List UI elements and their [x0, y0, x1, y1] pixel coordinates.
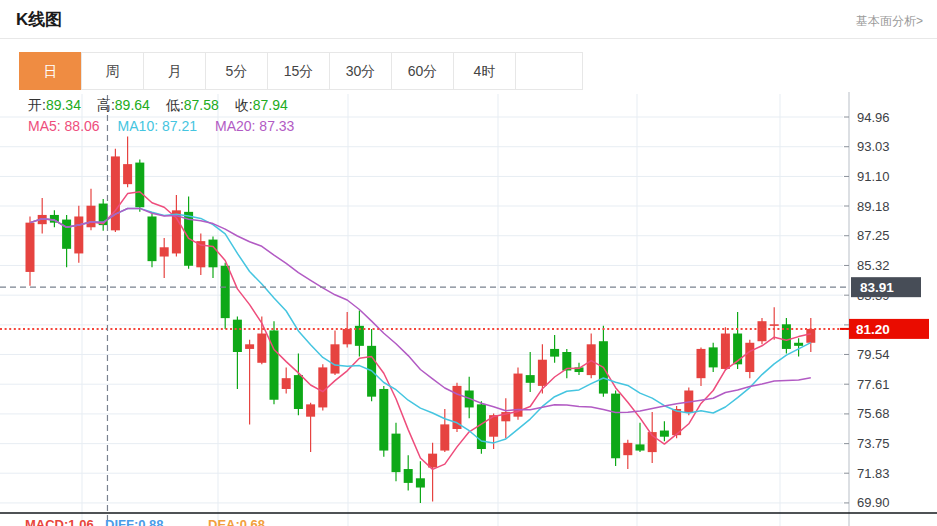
open-value: 89.34 [46, 97, 81, 113]
svg-text:85.32: 85.32 [857, 258, 890, 273]
close-label: 收: [235, 97, 253, 113]
ma20-line [30, 208, 811, 412]
tab-周[interactable]: 周 [81, 52, 144, 90]
svg-text:81.20: 81.20 [856, 322, 890, 337]
tab-15分[interactable]: 15分 [267, 52, 330, 90]
tab-spacer [515, 52, 583, 90]
fundamental-analysis-link[interactable]: 基本面分析> [856, 13, 923, 30]
high-value: 89.64 [115, 97, 150, 113]
ma-lines [30, 192, 811, 470]
tab-月[interactable]: 月 [143, 52, 206, 90]
tab-30分[interactable]: 30分 [329, 52, 392, 90]
svg-text:91.10: 91.10 [857, 169, 890, 184]
ma10-value: MA10: 87.21 [118, 118, 197, 134]
tab-日[interactable]: 日 [19, 52, 82, 90]
svg-text:89.18: 89.18 [857, 199, 890, 214]
chart-grid [0, 94, 843, 526]
ma20-value: MA20: 87.33 [215, 118, 294, 134]
last-price-badge: 81.20 [840, 319, 929, 339]
svg-text:94.96: 94.96 [857, 110, 890, 125]
svg-text:83.91: 83.91 [860, 280, 894, 295]
macd-value: MACD:1.06 [25, 517, 94, 526]
kline-page: { "header": { "title": "K线图", "link": "基… [0, 0, 937, 526]
dea-value: DEA:0.68 [208, 517, 265, 526]
ma-legend: MA5: 88.06MA10: 87.21MA20: 87.33 [28, 118, 312, 134]
period-tabs: 日周月5分15分30分60分4时 [19, 52, 583, 90]
y-axis: 94.9693.0391.1089.1887.2585.3283.3981.46… [844, 92, 890, 526]
crosshair-price-badge: 83.91 [851, 277, 921, 297]
svg-text:75.68: 75.68 [857, 406, 890, 421]
header-divider [0, 38, 937, 39]
diff-value: DIFF:0.88 [105, 517, 164, 526]
page-title: K线图 [16, 8, 62, 31]
svg-text:73.75: 73.75 [857, 436, 890, 451]
ohlc-legend: 开:89.34高:89.64低:87.58收:87.94 [28, 97, 304, 115]
high-label: 高: [97, 97, 115, 113]
open-label: 开: [28, 97, 46, 113]
ma5-line [30, 192, 811, 470]
tab-5分[interactable]: 5分 [205, 52, 268, 90]
svg-text:77.61: 77.61 [857, 377, 890, 392]
low-value: 87.58 [184, 97, 219, 113]
svg-text:71.83: 71.83 [857, 466, 890, 481]
kline-chart[interactable]: 94.9693.0391.1089.1887.2585.3283.3981.46… [0, 92, 937, 526]
tab-60分[interactable]: 60分 [391, 52, 454, 90]
svg-text:69.90: 69.90 [857, 495, 890, 510]
svg-text:93.03: 93.03 [857, 139, 890, 154]
candlestick-series[interactable] [26, 136, 816, 503]
svg-text:79.54: 79.54 [857, 347, 890, 362]
low-label: 低: [166, 97, 184, 113]
close-value: 87.94 [253, 97, 288, 113]
ma10-line [30, 208, 811, 443]
ma5-value: MA5: 88.06 [28, 118, 100, 134]
svg-text:87.25: 87.25 [857, 228, 890, 243]
tab-4时[interactable]: 4时 [453, 52, 516, 90]
